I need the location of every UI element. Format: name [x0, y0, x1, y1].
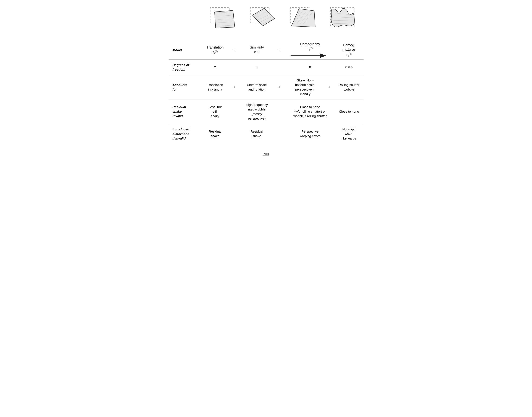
accounts-row-header: Accountsfor: [169, 75, 202, 99]
accounts-plus3: +: [325, 75, 335, 99]
similarity-image-cell: [243, 4, 283, 35]
dof-col1: 2: [202, 59, 228, 75]
homography-svg: [289, 7, 317, 32]
introduced-col1: Residual shake: [202, 124, 228, 144]
arrow-right-icon: →: [232, 47, 237, 52]
comparison-table: Model Translation Ft(0) → Similarity Ft(…: [169, 39, 364, 144]
dof-col3: 8: [286, 59, 335, 75]
accounts-col3: Skew, Non- uniform scale, perspective in…: [286, 75, 325, 99]
long-arrow-svg: [289, 53, 328, 58]
similarity-sub: Ft(1): [254, 51, 259, 54]
introduced-row: Introduceddistortionsif invalid Residual…: [169, 124, 364, 144]
homography-sub: Ft(2): [307, 47, 313, 51]
introduced-row-header: Introduceddistortionsif invalid: [169, 124, 202, 144]
residual-row-header: Residualshakeif valid: [169, 99, 202, 124]
svg-marker-15: [291, 9, 315, 27]
translation-svg: [209, 7, 237, 32]
homog-mixtures-svg: [329, 7, 358, 32]
model-translation-cell: Translation Ft(0): [202, 39, 228, 59]
homog-mix-name: Homog. mixtures Ft(3): [338, 43, 360, 57]
dof-row: Degrees offreedom 2 4 8 8 × n: [169, 59, 364, 75]
page-container: Model Translation Ft(0) → Similarity Ft(…: [169, 4, 364, 156]
dof-col2: 4: [241, 59, 273, 75]
similarity-name: Similarity Ft(1): [245, 45, 269, 55]
model-row-header: Model: [169, 39, 202, 59]
homography-name: Homography Ft(2): [289, 42, 331, 52]
accounts-col4: Rolling shutter wobble: [335, 75, 364, 99]
arrow-2: →: [273, 39, 286, 59]
page-number: 700: [169, 152, 364, 156]
accounts-row: Accountsfor Translation in x and y + Uni…: [169, 75, 364, 99]
residual-col3: Close to none (w/o rolling shutter) or w…: [286, 99, 335, 124]
svg-marker-1: [215, 10, 235, 28]
introduced-col4: Non-rigid wave- like warps: [335, 124, 364, 144]
residual-row: Residualshakeif valid Less, but still sh…: [169, 99, 364, 124]
residual-col1: Less, but still shaky: [202, 99, 228, 124]
arrow-right-icon-2: →: [277, 47, 282, 52]
dof-col4: 8 × n: [335, 59, 364, 75]
accounts-col1: Translation in x and y: [202, 75, 228, 99]
accounts-plus1: +: [228, 75, 241, 99]
svg-marker-8: [253, 8, 275, 26]
accounts-plus2: +: [273, 75, 286, 99]
homography-image-cell: [283, 4, 324, 35]
homog-mix-sub: Ft(3): [347, 53, 352, 56]
introduced-col2: Residual shake: [241, 124, 273, 144]
translation-name: Translation Ft(0): [206, 45, 224, 55]
residual-col4: Close to none: [335, 99, 364, 124]
homog-mixtures-image-cell: [324, 4, 364, 35]
dof-row-header: Degrees offreedom: [169, 59, 202, 75]
model-similarity-cell: Similarity Ft(1): [241, 39, 273, 59]
residual-col2: High frequency rigid wobble (mostly pers…: [241, 99, 273, 124]
model-row: Model Translation Ft(0) → Similarity Ft(…: [169, 39, 364, 59]
arrow-1: →: [228, 39, 241, 59]
model-homog-mix-cell: Homog. mixtures Ft(3): [335, 39, 364, 59]
images-row: [169, 4, 364, 35]
translation-image-cell: [203, 4, 243, 35]
translation-sub: Ft(0): [212, 51, 218, 54]
accounts-col2: Uniform scale and rotation: [241, 75, 273, 99]
similarity-svg: [249, 7, 277, 32]
introduced-col3: Perspective warping errors: [286, 124, 335, 144]
model-homography-cell: Homography Ft(2): [286, 39, 335, 59]
